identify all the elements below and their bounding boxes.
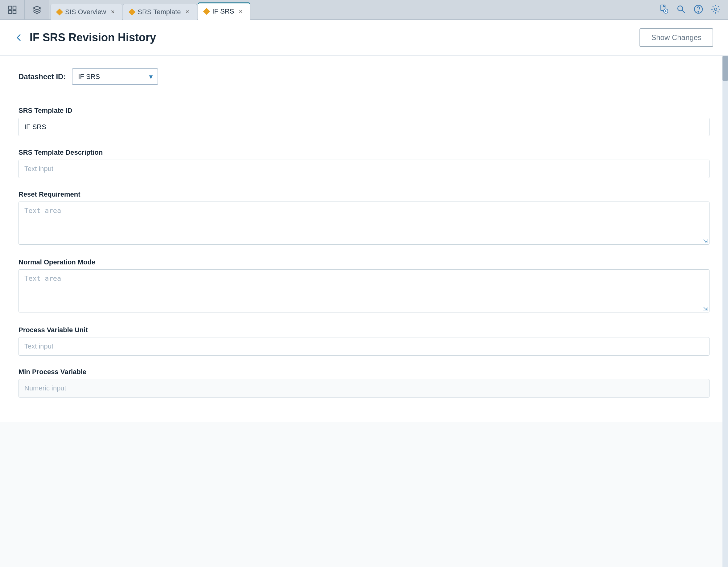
field-process-variable-unit: Process Variable Unit (19, 326, 709, 355)
form-divider (19, 94, 709, 94)
srs-template-id-label: SRS Template ID (19, 107, 709, 115)
content-area: IF SRS Revision History Show Changes Dat… (0, 20, 728, 567)
normal-operation-textarea[interactable] (19, 269, 709, 312)
svg-point-13 (714, 8, 717, 10)
scrollbar-track (722, 56, 728, 567)
resize-icon: ⇲ (703, 239, 708, 244)
tab-sis-overview[interactable]: SIS Overview ✕ (51, 4, 122, 20)
settings-button[interactable] (711, 4, 721, 15)
datasheet-id-select[interactable]: IF SRS (72, 68, 158, 85)
field-srs-template-description: SRS Template Description (19, 149, 709, 178)
srs-template-description-input[interactable] (19, 160, 709, 178)
field-reset-requirement: Reset Requirement ⇲ (19, 191, 709, 246)
sidebar-toggle-button[interactable] (0, 0, 25, 19)
svg-point-9 (678, 6, 683, 11)
tab-bar: SIS Overview ✕ SRS Template ✕ IF SRS ✕ (0, 0, 728, 20)
datasheet-id-label: Datasheet ID: (19, 72, 66, 81)
reset-requirement-wrapper: ⇲ (19, 202, 709, 246)
svg-point-12 (698, 11, 699, 12)
page-header-left: IF SRS Revision History (15, 31, 156, 44)
form-container: Datasheet ID: IF SRS ▼ SRS Template ID S… (0, 56, 728, 422)
tab-srs-diamond-icon (129, 8, 136, 15)
resize-icon-2: ⇲ (703, 306, 708, 312)
tab-srs-label: SRS Template (138, 8, 181, 16)
field-normal-operation-mode: Normal Operation Mode ⇲ (19, 258, 709, 314)
back-button[interactable] (15, 33, 23, 42)
show-changes-button[interactable]: Show Changes (640, 28, 713, 47)
svg-rect-1 (13, 6, 16, 9)
tab-sis-close[interactable]: ✕ (109, 9, 116, 15)
reset-requirement-textarea[interactable] (19, 202, 709, 245)
process-variable-unit-label: Process Variable Unit (19, 326, 709, 334)
tabs-container: SIS Overview ✕ SRS Template ✕ IF SRS ✕ (49, 0, 652, 19)
new-document-button[interactable] (659, 4, 669, 15)
tab-sis-label: SIS Overview (65, 8, 106, 16)
scrollbar-thumb[interactable] (722, 56, 728, 81)
layers-button[interactable] (25, 0, 49, 19)
form-scroll-area: Datasheet ID: IF SRS ▼ SRS Template ID S… (0, 56, 728, 567)
tab-ifsrs[interactable]: IF SRS ✕ (198, 2, 250, 20)
tab-srs-template[interactable]: SRS Template ✕ (123, 4, 197, 20)
svg-rect-2 (9, 10, 12, 14)
reset-requirement-label: Reset Requirement (19, 191, 709, 199)
help-button[interactable] (693, 4, 703, 15)
svg-rect-0 (9, 6, 12, 9)
tab-ifsrs-close[interactable]: ✕ (237, 8, 244, 15)
svg-rect-3 (13, 10, 16, 14)
datasheet-select-wrapper: IF SRS ▼ (72, 68, 158, 85)
srs-template-id-input[interactable] (19, 118, 709, 136)
process-variable-unit-input[interactable] (19, 337, 709, 355)
srs-template-description-label: SRS Template Description (19, 149, 709, 157)
field-min-process-variable: Min Process Variable (19, 368, 709, 397)
search-button[interactable] (676, 4, 686, 15)
page-title: IF SRS Revision History (30, 31, 156, 44)
field-srs-template-id: SRS Template ID (19, 107, 709, 136)
toolbar-right (652, 0, 728, 19)
min-process-variable-label: Min Process Variable (19, 368, 709, 376)
datasheet-id-section: Datasheet ID: IF SRS ▼ (19, 68, 709, 85)
tab-srs-close[interactable]: ✕ (184, 9, 191, 15)
page-header: IF SRS Revision History Show Changes (0, 20, 728, 56)
tab-ifsrs-diamond-icon (203, 8, 210, 15)
normal-operation-wrapper: ⇲ (19, 269, 709, 314)
svg-line-10 (682, 10, 685, 13)
tab-diamond-icon (56, 8, 63, 15)
tab-ifsrs-label: IF SRS (212, 7, 234, 15)
svg-marker-4 (33, 6, 41, 10)
normal-operation-mode-label: Normal Operation Mode (19, 258, 709, 266)
min-process-variable-input[interactable] (19, 379, 709, 397)
